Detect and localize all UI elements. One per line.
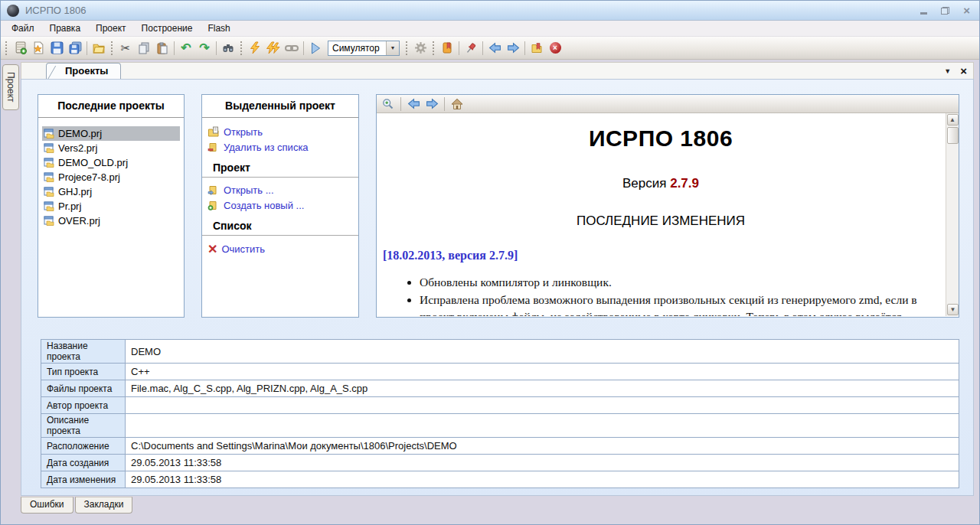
side-tab-label: Проект — [5, 72, 16, 103]
open-project-label: Открыть ... — [224, 184, 274, 196]
project-list-item[interactable]: DEMO_OLD.prj — [42, 155, 180, 170]
project-list-item[interactable]: OVER.prj — [42, 214, 180, 228]
navigate-forward-button[interactable] — [504, 39, 522, 57]
remove-from-list-link[interactable]: Удалить из списка — [202, 139, 358, 155]
project-list-item[interactable]: GHJ.prj — [42, 184, 180, 199]
scroll-up-icon[interactable]: ▲ — [947, 114, 959, 126]
tab-errors[interactable]: Ошибки — [21, 497, 74, 514]
property-value: File.mac, Alg_C_S.cpp, Alg_PRIZN.cpp, Al… — [126, 380, 959, 397]
stop-button[interactable]: × — [546, 39, 564, 57]
property-label: Дата изменения — [41, 471, 126, 488]
project-file-icon — [44, 128, 55, 139]
project-name: OVER.prj — [58, 215, 100, 227]
tab-list-dropdown-icon[interactable]: ▼ — [944, 67, 951, 75]
property-label: Тип проекта — [41, 364, 126, 380]
cut-button[interactable]: ✂ — [116, 39, 135, 57]
compile-button[interactable] — [246, 39, 264, 57]
settings-button[interactable] — [411, 39, 430, 57]
toolbar-separator — [216, 41, 217, 55]
redo-icon: ↷ — [199, 42, 209, 54]
viewer-scrollbar[interactable]: ▲ ▼ — [946, 113, 959, 316]
toolbar-separator — [524, 41, 525, 55]
property-value: 29.05.2013 11:33:58 — [126, 455, 959, 471]
side-tab-project[interactable]: Проект — [2, 64, 19, 110]
bookmark-add-button[interactable] — [528, 39, 546, 57]
viewer-zoom-button[interactable] — [380, 96, 397, 112]
bookmarks-button[interactable] — [438, 39, 456, 57]
changelog-viewer-panel: ИСРПО 1806 Версия 2.7.9 ПОСЛЕДНИЕ ИЗМЕНЕ… — [376, 94, 959, 318]
close-button[interactable]: × — [963, 7, 970, 15]
toolbar-separator — [444, 97, 445, 111]
workspace: Проект Проекты ▼ × Последние проекты — [1, 60, 979, 524]
document-area: Проекты ▼ × Последние проекты DEMO.prj — [21, 62, 974, 524]
bottom-tab-bar: Ошибки Закладки — [21, 497, 134, 514]
toolbar-grip[interactable] — [4, 41, 8, 56]
redo-button[interactable]: ↷ — [195, 39, 214, 57]
menu-item-file[interactable]: Файл — [4, 21, 42, 35]
arrow-right-icon — [426, 98, 439, 109]
build-all-button[interactable] — [264, 39, 283, 57]
menu-item-build[interactable]: Построение — [134, 21, 201, 35]
tab-bookmarks[interactable]: Закладки — [75, 497, 133, 514]
open-project-icon — [207, 126, 220, 138]
link-button[interactable] — [283, 39, 301, 57]
project-name: DEMO_OLD.prj — [58, 157, 128, 168]
toolbar-grip[interactable] — [404, 41, 409, 56]
toolbar-grip[interactable] — [239, 41, 243, 56]
app-window: ИСРПО 1806 × Файл Правка Проект Построен… — [0, 0, 980, 525]
menu-item-edit[interactable]: Правка — [42, 21, 89, 35]
recent-projects-panel: Последние проекты DEMO.prj Vers2.prj — [38, 94, 185, 318]
new-document-button[interactable] — [29, 39, 47, 57]
property-label: Расположение — [41, 438, 126, 455]
navigate-back-button[interactable] — [485, 39, 504, 57]
viewer-home-button[interactable] — [449, 96, 466, 112]
open-project-link[interactable]: Открыть ... — [202, 182, 358, 197]
menu-item-project[interactable]: Проект — [88, 21, 134, 35]
copy-button[interactable] — [135, 39, 153, 57]
project-list-item[interactable]: Pr.prj — [42, 199, 180, 214]
create-project-link[interactable]: Создать новый ... — [202, 197, 358, 213]
property-label: Автор проекта — [41, 397, 126, 414]
tab-close-icon[interactable]: × — [960, 65, 967, 77]
project-name: Projece7-8.prj — [58, 171, 120, 183]
project-section-title: Проект — [202, 155, 358, 178]
project-list-item[interactable]: DEMO.prj — [42, 126, 180, 141]
simulator-select[interactable]: Симулятор ▼ — [328, 41, 400, 56]
project-file-icon — [44, 142, 55, 154]
window-title: ИСРПО 1806 — [25, 5, 86, 16]
paste-button[interactable] — [153, 39, 172, 57]
open-selected-link[interactable]: Открыть — [202, 124, 358, 139]
property-value: C++ — [126, 364, 959, 380]
clear-list-link[interactable]: ✕ Очистить — [202, 242, 358, 256]
simulator-value: Симулятор — [328, 43, 386, 54]
search-button[interactable] — [219, 39, 237, 57]
property-row: Описание проекта — [41, 414, 959, 438]
menu-item-flash[interactable]: Flash — [200, 21, 237, 35]
project-name: GHJ.prj — [58, 186, 92, 197]
scroll-thumb[interactable] — [947, 127, 959, 144]
clear-list-label: Очистить — [221, 243, 265, 255]
pin-icon — [465, 42, 477, 54]
save-all-button[interactable] — [66, 39, 84, 57]
project-list-item[interactable]: Projece7-8.prj — [42, 170, 180, 184]
recent-projects-list: DEMO.prj Vers2.prj DEMO_OLD.prj Pro — [38, 118, 184, 236]
pin-button[interactable] — [462, 39, 480, 57]
toolbar-grip[interactable] — [431, 41, 436, 56]
project-list-item[interactable]: Vers2.prj — [42, 141, 180, 155]
viewer-back-button[interactable] — [405, 96, 422, 112]
bookmark-add-icon — [531, 41, 543, 54]
new-project-button[interactable] — [11, 39, 29, 57]
property-row: Дата изменения 29.05.2013 11:33:58 — [41, 471, 959, 488]
open-folder-button[interactable] — [90, 39, 108, 57]
scroll-down-icon[interactable]: ▼ — [947, 304, 959, 315]
chevron-down-icon[interactable]: ▼ — [386, 41, 399, 55]
toolbar-grip[interactable] — [109, 41, 114, 56]
property-value: 29.05.2013 11:33:58 — [126, 471, 959, 488]
minimize-button[interactable] — [920, 6, 927, 15]
run-button[interactable] — [306, 39, 325, 57]
tab-projects[interactable]: Проекты — [46, 63, 121, 79]
restore-button[interactable] — [941, 7, 949, 15]
viewer-forward-button[interactable] — [423, 96, 440, 112]
save-button[interactable] — [47, 39, 66, 57]
undo-button[interactable]: ↶ — [177, 39, 195, 57]
